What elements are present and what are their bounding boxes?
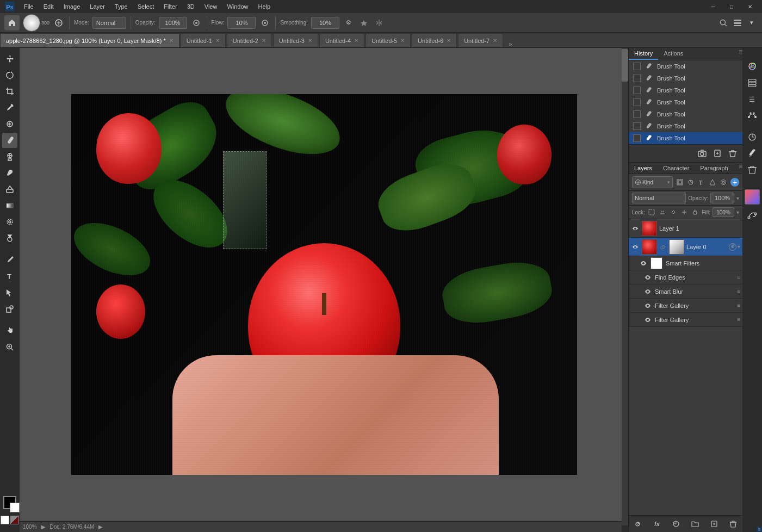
lock-transparent-btn[interactable]: [647, 207, 656, 217]
layers-fill-btn[interactable]: [670, 518, 682, 530]
filter-visibility-icon-4[interactable]: [644, 316, 652, 324]
history-item-1[interactable]: Brush Tool: [629, 60, 742, 72]
lock-position-btn[interactable]: [680, 207, 689, 217]
channels-icon[interactable]: [745, 59, 760, 74]
layers-link-btn[interactable]: [632, 518, 644, 530]
filter-shape-icon[interactable]: [708, 177, 717, 187]
close-button[interactable]: ✕: [742, 0, 758, 14]
tool-heal[interactable]: [2, 116, 17, 132]
tab-main-close[interactable]: ✕: [169, 38, 174, 44]
filter-gallery-1[interactable]: Filter Gallery ≡: [629, 299, 742, 313]
smoothing-input[interactable]: [311, 17, 339, 29]
tab-untitled5[interactable]: Untitled-5 ✕: [365, 33, 411, 47]
quick-mask-on[interactable]: [10, 516, 19, 524]
tool-brush[interactable]: [2, 133, 17, 148]
tab-actions[interactable]: Actions: [658, 48, 689, 60]
tab-layers[interactable]: Layers: [629, 163, 658, 174]
layers-fx-btn[interactable]: fx: [651, 518, 663, 530]
tool-clone[interactable]: [2, 149, 17, 164]
filter-smart-icon[interactable]: [718, 177, 728, 187]
menu-filter[interactable]: Filter: [159, 2, 181, 11]
tool-lasso[interactable]: [2, 67, 17, 83]
maximize-button[interactable]: □: [724, 0, 739, 14]
history-panel-toggle[interactable]: [750, 51, 754, 58]
tool-eraser[interactable]: [2, 182, 17, 197]
home-button[interactable]: [4, 15, 20, 30]
tool-blur[interactable]: [2, 214, 17, 230]
tool-path-selection[interactable]: [2, 285, 17, 300]
lock-image-btn[interactable]: [658, 207, 667, 217]
filter-find-edges[interactable]: Find Edges ≡: [629, 270, 742, 284]
lock-artboard-btn[interactable]: [669, 207, 678, 217]
tab-untitled1[interactable]: Untitled-1 ✕: [181, 33, 226, 47]
history-new-btn[interactable]: [711, 147, 724, 160]
menu-help[interactable]: Help: [254, 2, 275, 11]
status-arrow[interactable]: ▶: [41, 524, 46, 530]
filter-options-icon-2[interactable]: ≡: [737, 288, 740, 294]
layer-item-layer0[interactable]: S Layer 0 ⊕: [629, 238, 742, 256]
opacity-value-input[interactable]: [710, 193, 734, 203]
layers-panel-menu[interactable]: ≡: [739, 163, 742, 174]
filter-pixel-icon[interactable]: [675, 177, 685, 187]
menu-3d[interactable]: 3D: [183, 2, 199, 11]
flow-input[interactable]: [227, 17, 256, 29]
filter-gallery-2[interactable]: Filter Gallery ≡: [629, 313, 742, 327]
brush-setting-icon[interactable]: [745, 146, 760, 161]
smoothing-settings[interactable]: ⚙: [343, 17, 355, 29]
layer0-expand-btn[interactable]: ▾: [738, 244, 740, 250]
layers-icon[interactable]: [745, 75, 760, 90]
minimize-button[interactable]: ─: [705, 0, 721, 14]
paths-icon[interactable]: [745, 108, 760, 123]
layer1-visibility-toggle[interactable]: [631, 224, 640, 233]
tab-paragraph[interactable]: Paragraph: [695, 163, 733, 174]
history-item-7[interactable]: Brush Tool: [629, 132, 742, 144]
menu-type[interactable]: Type: [110, 2, 132, 11]
tab-untitled3-close[interactable]: ✕: [308, 38, 312, 44]
tab-history[interactable]: History: [629, 48, 658, 60]
filter-visibility-icon-2[interactable]: [644, 288, 652, 295]
tool-shape[interactable]: [2, 301, 17, 317]
filter-options-icon-3[interactable]: ≡: [737, 302, 740, 308]
tool-text[interactable]: T: [2, 269, 17, 284]
delete-icon[interactable]: [745, 162, 760, 177]
adjustment-icon[interactable]: [745, 129, 760, 145]
workspace-icon[interactable]: [732, 17, 744, 29]
layers-delete-btn[interactable]: [727, 518, 739, 530]
lock-all-btn[interactable]: [691, 207, 699, 217]
tab-untitled2[interactable]: Untitled-2 ✕: [227, 33, 272, 47]
search-icon[interactable]: [717, 17, 729, 29]
tab-untitled5-close[interactable]: ✕: [400, 38, 405, 44]
opacity-input[interactable]: [159, 17, 187, 29]
filter-smart-blur[interactable]: Smart Blur ≡: [629, 284, 742, 299]
tool-pen[interactable]: [2, 252, 17, 268]
canvas-area[interactable]: 100% ▶ Doc: 2.76M/6.44M ▶: [20, 48, 628, 532]
tool-crop[interactable]: [2, 84, 17, 99]
tab-untitled1-close[interactable]: ✕: [215, 38, 220, 44]
layer0-visibility-toggle[interactable]: [631, 243, 640, 251]
vertical-scrollbar[interactable]: [622, 48, 628, 525]
menu-edit[interactable]: Edit: [39, 2, 58, 11]
tab-untitled6-close[interactable]: ✕: [447, 38, 451, 44]
background-color[interactable]: [10, 503, 20, 512]
layers-new-btn[interactable]: [708, 518, 720, 530]
paths-panel-btn[interactable]: [745, 207, 760, 222]
tab-untitled6[interactable]: Untitled-6 ✕: [412, 33, 457, 47]
menu-window[interactable]: Window: [222, 2, 252, 11]
tool-hand[interactable]: [2, 323, 17, 338]
tab-main[interactable]: apple-2788662_1280.jpg @ 100% (Layer 0, …: [0, 33, 179, 47]
foreground-color[interactable]: [3, 496, 16, 509]
filter-text-icon[interactable]: T: [697, 177, 707, 187]
menu-file[interactable]: File: [20, 2, 38, 11]
fill-value-input[interactable]: [713, 207, 734, 217]
menu-view[interactable]: View: [200, 2, 222, 11]
smart-filters-visibility[interactable]: [640, 259, 647, 267]
symmetry-icon[interactable]: [373, 17, 385, 29]
layer0-fx-btn[interactable]: ⊕: [729, 243, 736, 251]
tab-character[interactable]: Character: [658, 163, 695, 174]
tool-zoom[interactable]: [2, 339, 17, 355]
tab-untitled7-close[interactable]: ✕: [493, 38, 497, 44]
tab-untitled7[interactable]: Untitled-7 ✕: [458, 33, 503, 47]
pressure-icon[interactable]: [358, 17, 370, 29]
mode-select[interactable]: Normal Multiply Screen: [92, 17, 126, 29]
history-item-3[interactable]: Brush Tool: [629, 84, 742, 96]
